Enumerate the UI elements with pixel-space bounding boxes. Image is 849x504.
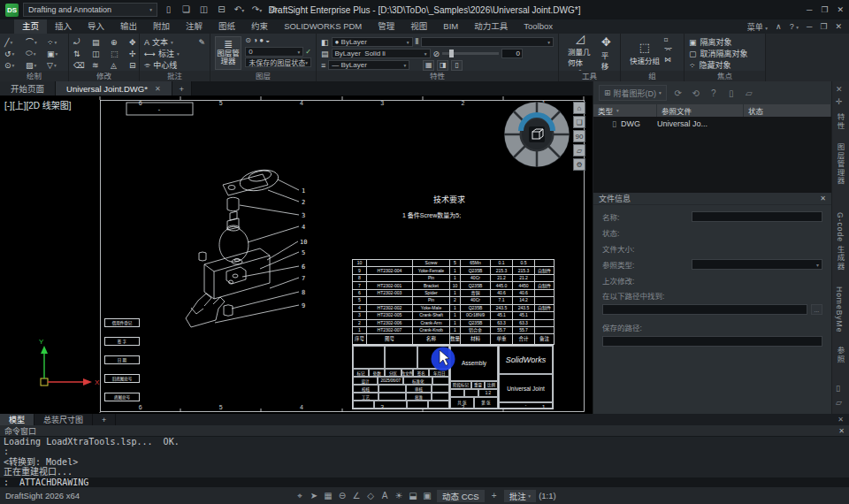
draw-tool-button[interactable]: ╱▾ xyxy=(4,36,23,48)
drawing-canvas[interactable]: [-][上][2D 线架图] xyxy=(0,95,593,414)
annotation-scale-dropdown[interactable]: 批注 ▾ xyxy=(504,490,536,502)
close-doc-icon[interactable]: ✕ xyxy=(155,85,161,93)
draw-tool-button[interactable]: ⁘▾ xyxy=(47,36,65,48)
ribbon-tab[interactable]: BIM xyxy=(435,19,466,34)
tab-layer-manager[interactable]: 图层管理器 xyxy=(835,143,845,186)
ribbon-tab[interactable]: 导入 xyxy=(80,19,112,34)
viewport-label[interactable]: [-][上][2D 线架图] xyxy=(4,98,72,111)
layer-state-icons[interactable]: ⊙ ◑ ● ◒ xyxy=(245,36,311,46)
line-color-dropdown[interactable]: ● ByLayer▾ xyxy=(332,37,413,47)
tab-gcode-generator[interactable]: G-code 生成器 xyxy=(835,212,845,271)
ref-type-dropdown[interactable]: ▾ xyxy=(692,259,822,270)
tab-references[interactable]: 参照 xyxy=(835,347,845,363)
ribbon-tab[interactable]: 注解 xyxy=(178,19,210,34)
menu-button[interactable]: 菜单 ▾ xyxy=(747,21,768,33)
command-line[interactable]: 正在重建视口... xyxy=(0,467,849,477)
ref-doc2-button[interactable]: ▱ xyxy=(743,88,755,98)
check-icon[interactable]: ✓ xyxy=(305,48,311,56)
restore-app-button[interactable]: ❐ xyxy=(820,22,827,31)
status-toggle-icon[interactable]: ⬓ xyxy=(406,491,420,501)
ribbon-tab[interactable]: SOLIDWORKS PDM xyxy=(276,19,370,34)
file-info-close-icon[interactable]: ✕ xyxy=(820,195,826,202)
status-toggle-icon[interactable]: ▣ xyxy=(420,491,434,501)
draw-tool-button[interactable]: ▨▾ xyxy=(26,59,44,71)
minimize-button[interactable]: ─ xyxy=(807,5,812,14)
attach-drawing-button[interactable]: ⊞ 附着图形(D) ▾ xyxy=(599,85,667,101)
strip-film-icon[interactable]: ▯ xyxy=(836,384,840,393)
unisolate-button[interactable]: ▢取消隔离对象 xyxy=(689,48,761,59)
erase-button[interactable]: ⊘▾ xyxy=(268,1,281,19)
group-link-icon[interactable]: ⋈ xyxy=(664,56,672,64)
ccs-view-button[interactable]: ▱ xyxy=(573,144,585,157)
text-tool-button[interactable]: A文本▾✎ xyxy=(144,36,205,48)
help-button[interactable]: ? ▾ xyxy=(790,22,799,31)
browse-button[interactable]: ... xyxy=(811,304,822,315)
home-view-button[interactable]: ⌂ xyxy=(573,102,585,114)
ungroup-icon[interactable]: ⌤ xyxy=(664,46,672,54)
pin-icon[interactable]: ✛ xyxy=(836,97,843,106)
pan-button[interactable]: ✥平移 xyxy=(597,36,616,70)
status-toggle-icon[interactable]: ◇ xyxy=(363,491,378,501)
match-properties-icon[interactable]: ◧ xyxy=(321,38,329,47)
save-button[interactable]: ◫ xyxy=(197,1,210,19)
ribbon-tab[interactable]: 视图 xyxy=(402,19,435,34)
status-toggle-icon[interactable]: ⌖ xyxy=(293,491,307,501)
column-file[interactable]: 参照文件 xyxy=(657,104,744,117)
document-tab[interactable]: Universal Joint.DWG* ✕ xyxy=(56,81,172,95)
iso-view-button[interactable]: ❏ xyxy=(573,116,585,128)
draw-tool-button[interactable]: ↺▾ xyxy=(4,48,23,59)
ribbon-tab[interactable]: 主页 xyxy=(14,19,47,34)
ref-help-button[interactable]: ? xyxy=(708,88,720,98)
linetype-dropdown[interactable]: ByLayer Solid li▾ xyxy=(332,49,431,58)
status-toggle-icon[interactable]: ➤ xyxy=(307,491,321,501)
draw-tool-button[interactable]: ⌒▾ xyxy=(26,36,44,48)
strip-doc-icon[interactable]: ▱ xyxy=(836,398,842,407)
new-doc-tab-button[interactable]: + xyxy=(172,81,193,95)
close-button[interactable]: ✕ xyxy=(837,5,844,14)
modify-tool-button[interactable]: ≋ xyxy=(92,59,108,71)
status-toggle-icon[interactable]: ⊖ xyxy=(335,491,349,501)
start-page-tab[interactable]: 开始页面 xyxy=(0,81,56,95)
modify-tool-button[interactable]: ◬ xyxy=(111,59,126,71)
add-sheet-button[interactable]: + xyxy=(93,414,116,425)
saved-path-field[interactable] xyxy=(602,336,822,347)
restore-button[interactable]: ❐ xyxy=(821,5,828,14)
isolate-button[interactable]: ▣隔离对象 xyxy=(689,36,761,48)
open-button[interactable]: ❏ xyxy=(180,1,193,19)
command-line[interactable]: <转换到: Model> xyxy=(0,457,849,467)
ribbon-tab[interactable]: 管理 xyxy=(370,19,402,34)
transparency-slider[interactable] xyxy=(442,52,499,55)
modify-tool-button[interactable]: ⌫ xyxy=(73,59,89,71)
draw-tool-button[interactable]: ▽▾ xyxy=(47,59,65,71)
reference-row[interactable]: ▯ DWG Universal Jo... xyxy=(593,117,831,130)
column-status[interactable]: 状态 xyxy=(744,104,831,117)
palette-close-icon[interactable]: ✕ xyxy=(836,85,843,94)
status-toggle-icon[interactable]: ☀ xyxy=(392,491,406,501)
measure-button[interactable]: ◿测量几何体▾ xyxy=(563,36,597,70)
ribbon-tab[interactable]: 约束 xyxy=(243,19,276,34)
page-setup-button[interactable]: ▯ xyxy=(451,60,463,71)
status-toggle-icon[interactable]: ∠ xyxy=(349,491,363,501)
tab-properties[interactable]: 特性 xyxy=(835,113,845,130)
column-type[interactable]: 类型▾ xyxy=(593,104,657,117)
active-layer-dropdown[interactable]: 0▾ xyxy=(245,47,303,57)
draw-tool-button[interactable]: ⬭▾ xyxy=(26,48,44,59)
rotate-90-button[interactable]: 90 xyxy=(573,130,585,142)
draw-tool-button[interactable]: ⊙▾ xyxy=(4,59,23,71)
hatch-dropdown[interactable]: ▾ xyxy=(421,37,554,47)
modify-tool-button[interactable]: ⊕ xyxy=(111,36,126,48)
ribbon-tab[interactable]: 图纸 xyxy=(210,19,243,34)
modify-tool-button[interactable]: ⇅ xyxy=(73,48,89,59)
ribbon-tab[interactable]: Toolbox xyxy=(516,19,561,34)
group-edit-icon[interactable]: ⌑ xyxy=(664,36,672,44)
quick-group-button[interactable]: ⬚快速分组 xyxy=(625,36,664,70)
layer-state-dropdown[interactable]: 未保存的图层状态▾ xyxy=(245,57,311,67)
reload-ref-button[interactable]: ⟳ xyxy=(672,88,685,98)
modify-tool-button[interactable]: ⬚ xyxy=(111,48,126,59)
status-toggle-icon[interactable]: A xyxy=(378,491,392,501)
ribbon-tab[interactable]: 输出 xyxy=(112,19,145,34)
close-app-button[interactable]: ✕ xyxy=(835,22,842,31)
print-button[interactable]: ⊟ xyxy=(215,1,228,19)
draw-tool-button[interactable]: ▣▾ xyxy=(47,48,65,59)
command-window-close-icon[interactable]: ✕ xyxy=(838,427,845,435)
